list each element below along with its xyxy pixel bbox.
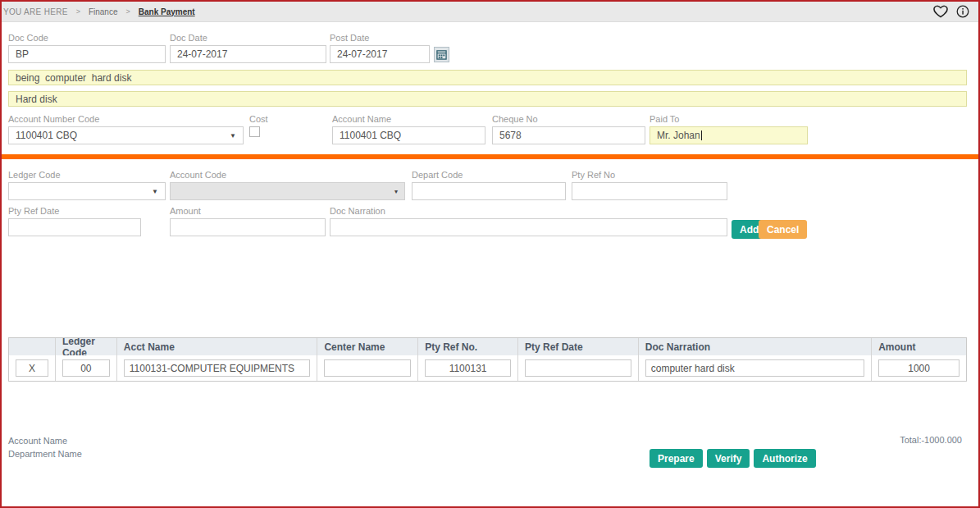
paid-to-value: Mr. Johan [657, 130, 700, 141]
doc-narration-input[interactable] [330, 218, 727, 236]
row-ledger-code-input[interactable] [62, 359, 110, 377]
heart-icon[interactable] [933, 4, 948, 19]
chevron-down-icon: ▼ [230, 132, 236, 140]
bank-payment-page: YOU ARE HERE > Finance > Bank Payment Do… [0, 0, 980, 508]
row-center-name-input[interactable] [324, 359, 411, 377]
post-date-input[interactable] [330, 45, 430, 63]
cost-label: Cost [249, 114, 268, 124]
row-pty-ref-no-input[interactable] [425, 359, 511, 377]
column-header-ledger-code: Ledger Code [56, 338, 117, 355]
row-acct-name-input[interactable] [124, 359, 311, 377]
cheque-no-input[interactable] [492, 126, 645, 144]
text-caret [701, 130, 702, 140]
account-code-label: Account Code [170, 170, 405, 180]
verify-button[interactable]: Verify [707, 449, 750, 468]
doc-date-label: Doc Date [170, 33, 326, 43]
column-header-doc-narration: Doc Narration [639, 338, 872, 355]
chevron-down-icon: ▼ [152, 188, 158, 195]
pty-ref-no-input[interactable] [572, 182, 727, 200]
row-select-cell-input[interactable] [16, 359, 48, 377]
ledger-code-select[interactable]: ▼ [8, 182, 166, 200]
paid-to-input[interactable]: Mr. Johan [650, 126, 808, 144]
amount-label: Amount [170, 206, 326, 216]
row-doc-narration-input[interactable] [645, 359, 864, 377]
pty-ref-date-input[interactable] [8, 218, 141, 236]
doc-date-input[interactable] [170, 45, 326, 63]
breadcrumb-separator: > [76, 7, 80, 16]
post-date-label: Post Date [330, 33, 430, 43]
breadcrumb-item-finance[interactable]: Finance [89, 7, 118, 16]
chevron-down-icon: ▾ [394, 188, 398, 195]
doc-code-label: Doc Code [8, 33, 166, 43]
row-pty-ref-date-input[interactable] [525, 359, 631, 377]
authorize-button[interactable]: Authorize [754, 449, 815, 468]
account-code-select: ▾ [170, 182, 405, 200]
breadcrumb-item-bank-payment[interactable]: Bank Payment [139, 7, 195, 16]
breadcrumb-prefix: YOU ARE HERE [3, 7, 68, 16]
depart-code-label: Depart Code [412, 170, 566, 180]
pty-ref-no-label: Pty Ref No [572, 170, 727, 180]
paid-to-label: Paid To [650, 114, 808, 124]
column-header-pty-ref-date: Pty Ref Date [518, 338, 639, 355]
ledger-code-label: Ledger Code [8, 170, 166, 180]
entries-table: Ledger Code Acct Name Center Name Pty Re… [8, 337, 967, 382]
narration-line2-input[interactable] [8, 91, 967, 107]
doc-narration-label: Doc Narration [330, 206, 727, 216]
prepare-button[interactable]: Prepare [650, 449, 703, 468]
calendar-icon[interactable] [434, 47, 449, 62]
column-header-center-name: Center Name [317, 338, 418, 355]
depart-code-input[interactable] [412, 182, 566, 200]
account-number-code-label: Account Number Code [8, 114, 244, 124]
doc-code-input[interactable] [8, 45, 166, 63]
account-name-label: Account Name [332, 114, 485, 124]
account-number-code-select[interactable]: 1100401 CBQ ▼ [8, 126, 244, 144]
info-icon[interactable] [955, 4, 970, 19]
footer-department-name-label: Department Name [8, 449, 82, 459]
amount-input[interactable] [170, 218, 326, 236]
footer-account-name-label: Account Name [8, 436, 67, 446]
row-amount-input[interactable] [878, 359, 959, 377]
table-row [9, 355, 966, 381]
breadcrumb: YOU ARE HERE > Finance > Bank Payment [2, 2, 978, 22]
narration-line1-input[interactable] [8, 70, 967, 85]
column-header-acct-name: Acct Name [117, 338, 318, 355]
account-name-input[interactable] [332, 126, 485, 144]
column-header-amount: Amount [872, 338, 966, 355]
column-header-select [9, 338, 56, 355]
column-header-pty-ref-no: Pty Ref No. [418, 338, 518, 355]
pty-ref-date-label: Pty Ref Date [8, 206, 141, 216]
breadcrumb-separator: > [125, 7, 130, 16]
action-buttons: Prepare Verify Authorize [650, 449, 816, 468]
section-divider [2, 154, 978, 159]
total-amount: Total:-1000.000 [900, 435, 962, 445]
cost-checkbox[interactable] [249, 126, 260, 137]
cheque-no-label: Cheque No [492, 114, 645, 124]
cancel-button[interactable]: Cancel [759, 220, 807, 239]
table-header-row: Ledger Code Acct Name Center Name Pty Re… [9, 338, 966, 355]
account-number-code-value: 1100401 CBQ [16, 130, 225, 141]
